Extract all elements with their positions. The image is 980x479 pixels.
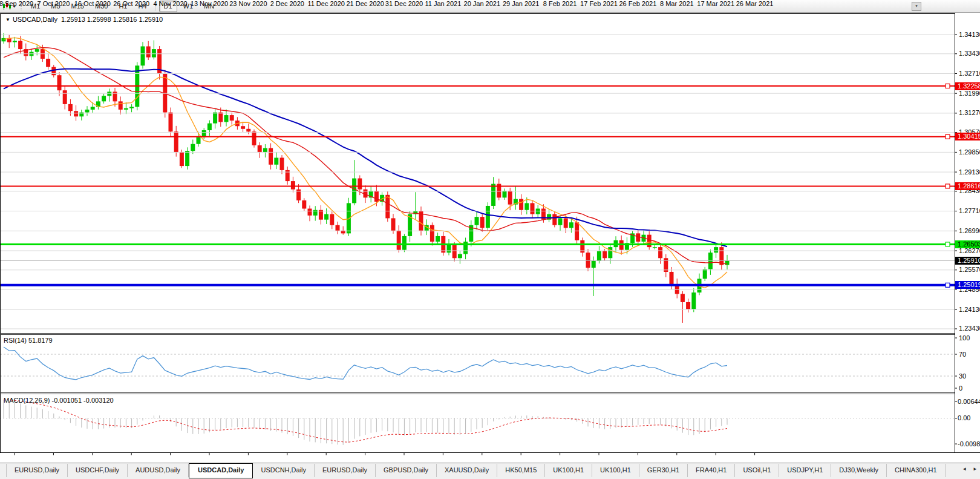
symbol-tab-usdchf-daily[interactable]: USDCHF,Daily (68, 464, 128, 477)
chart-canvas[interactable] (0, 0, 980, 462)
symbol-tab-xauusd-daily[interactable]: XAUUSD,Daily (437, 464, 497, 477)
macd-label: MACD(12,26,9) -0.001051 -0.003120 (4, 397, 114, 404)
symbol-tab-usdjpy-h1[interactable]: USDJPY,H1 (779, 464, 831, 477)
tab-scroll-buttons: ◄ ► (962, 466, 978, 472)
symbol-tab-eurusd-daily[interactable]: EURUSD,Daily (315, 464, 376, 477)
rsi-label: RSI(14) 51.8179 (4, 337, 53, 344)
mt4-window: ▾ M1M5M15M30H1H4D1W1MN ▾ 1.341301.334301… (0, 0, 980, 479)
tab-scroll-right-icon[interactable]: ► (973, 466, 978, 472)
symbol-label: USDCAD,Daily (13, 16, 57, 23)
ohlc-values: 1.25913 1.25998 1.25816 1.25910 (61, 16, 163, 23)
symbol-tab-usdcad-daily[interactable]: USDCAD,Daily (189, 463, 253, 478)
symbol-tab-china300-h1[interactable]: CHINA300,H1 (887, 464, 946, 477)
symbol-tab-usdcnh-daily[interactable]: USDCNH,Daily (253, 464, 315, 477)
symbol-tab-uk100-h1[interactable]: UK100,H1 (545, 464, 592, 477)
symbol-tab-audusd-daily[interactable]: AUDUSD,Daily (128, 464, 189, 477)
symbol-tab-uk100-h1[interactable]: UK100,H1 (592, 464, 639, 477)
symbol-tab-hk50-m15[interactable]: HK50,M15 (497, 464, 545, 477)
symbol-tab-fra40-h1[interactable]: FRA40,H1 (688, 464, 735, 477)
symbol-tab-gbpusd-daily[interactable]: GBPUSD,Daily (376, 464, 437, 477)
symbol-tab-dj30-weekly[interactable]: DJ30,Weekly (831, 464, 887, 477)
tab-scroll-left-icon[interactable]: ◄ (962, 466, 967, 472)
symbol-tab-usoil-h1[interactable]: USOil,H1 (735, 464, 779, 477)
symbol-tabbar: EURUSD,DailyUSDCHF,DailyAUDUSD,DailyUSDC… (0, 463, 980, 479)
symbol-tab-ger30-h1[interactable]: GER30,H1 (639, 464, 688, 477)
chart-title: ▼USDCAD,Daily 1.25913 1.25998 1.25816 1.… (5, 16, 163, 23)
symbol-tab-eurusd-daily[interactable]: EURUSD,Daily (6, 464, 68, 477)
symbol-dropdown-icon[interactable]: ▼ (5, 17, 10, 22)
